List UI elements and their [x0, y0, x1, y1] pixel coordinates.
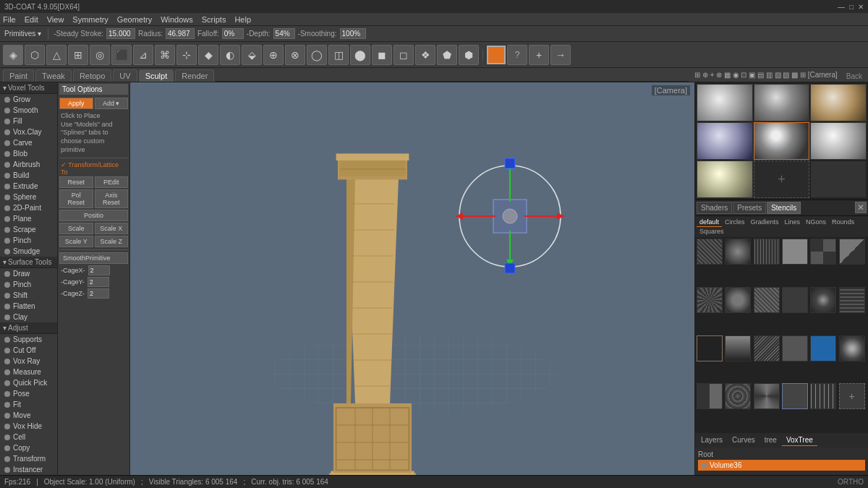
cagex-input[interactable]	[88, 265, 110, 275]
menu-scripts[interactable]: Scripts	[202, 15, 226, 24]
stencil-item-14[interactable]	[725, 335, 751, 361]
stencil-tab-ngons[interactable]: NGons	[803, 218, 829, 227]
color-swatch[interactable]	[487, 46, 506, 64]
tool-icon-13[interactable]: ⊕	[263, 45, 284, 65]
tree-tab[interactable]: tree	[760, 435, 781, 446]
maximize-btn[interactable]: □	[849, 3, 854, 11]
shader-thumb-3[interactable]	[810, 84, 867, 121]
sidebar-grow[interactable]: Grow	[0, 94, 57, 105]
menu-edit[interactable]: Edit	[25, 15, 38, 24]
tab-paint[interactable]: Paint	[3, 69, 34, 82]
stencil-item-18[interactable]	[839, 335, 865, 361]
menu-windows[interactable]: Windows	[161, 15, 193, 24]
tool-icon-1[interactable]: ◈	[3, 45, 23, 65]
stencil-add-btn[interactable]: +	[839, 383, 865, 409]
stencil-item-5[interactable]	[810, 239, 836, 265]
menu-symmetry[interactable]: Symmetry	[72, 15, 109, 24]
tab-retopo[interactable]: Retopo	[73, 69, 111, 82]
stencil-item-21[interactable]	[754, 383, 780, 409]
stencil-item-22[interactable]	[782, 383, 808, 409]
stencil-item-4[interactable]	[782, 239, 808, 265]
tool-icon-7[interactable]: ⊿	[133, 45, 153, 65]
tool-icon-21[interactable]: ⬟	[437, 45, 457, 65]
tool-icon-8[interactable]: ⌘	[155, 45, 175, 65]
tool-icon-20[interactable]: ❖	[415, 45, 435, 65]
tool-icon-14[interactable]: ⊗	[285, 45, 305, 65]
sidebar-voxhide[interactable]: Vox Hide	[0, 421, 57, 432]
curves-tab[interactable]: Curves	[728, 435, 760, 446]
stencil-item-2[interactable]	[725, 239, 751, 265]
sidebar-cell[interactable]: Cell	[0, 432, 57, 442]
stencil-tab-circles[interactable]: Circles	[722, 218, 748, 227]
stencil-item-11[interactable]	[810, 287, 836, 313]
menu-help[interactable]: Help	[234, 15, 251, 24]
stencil-tab-gradients[interactable]: Gradients	[748, 218, 782, 227]
sidebar-clay[interactable]: Clay	[0, 312, 57, 322]
tool-icon-3[interactable]: △	[46, 45, 67, 65]
tool-icon-11[interactable]: ◐	[220, 45, 240, 65]
sidebar-supports[interactable]: Supports	[0, 334, 57, 345]
tool-icon-15[interactable]: ◯	[307, 45, 327, 65]
sidebar-fit[interactable]: Fit	[0, 399, 57, 410]
cagez-input[interactable]	[88, 288, 109, 299]
sidebar-shift[interactable]: Shift	[0, 290, 57, 301]
polreset-btn[interactable]: Pol Reset	[59, 189, 93, 208]
tool-icon-5[interactable]: ◎	[90, 45, 110, 65]
stencil-item-12[interactable]	[839, 287, 865, 313]
stencil-item-9[interactable]	[754, 287, 780, 313]
stencil-item-13[interactable]	[697, 335, 723, 361]
shader-thumb-2[interactable]	[754, 84, 810, 121]
shaders-tab[interactable]: Shaders	[697, 202, 732, 214]
stencil-tab-default[interactable]: default	[697, 218, 722, 227]
stencil-item-7[interactable]	[697, 287, 723, 313]
sidebar-voxclay[interactable]: Vox.Clay	[0, 127, 57, 137]
scale-z-btn[interactable]: Scale Z	[95, 236, 129, 247]
smooth-primitive-btn[interactable]: SmoothPrimitive	[59, 252, 128, 264]
sidebar-measure[interactable]: Measure	[0, 367, 57, 377]
sidebar-instancer[interactable]: Instancer	[0, 464, 57, 475]
sidebar-blob[interactable]: Blob	[0, 148, 57, 159]
sidebar-pinch2[interactable]: Pinch	[0, 279, 57, 290]
tab-uv[interactable]: UV	[113, 69, 137, 82]
stencil-item-19[interactable]	[697, 383, 723, 409]
minimize-btn[interactable]: —	[838, 3, 845, 11]
tool-icon-4[interactable]: ⊞	[68, 45, 88, 65]
depth-input[interactable]	[273, 28, 295, 39]
apply-btn[interactable]: Apply	[59, 98, 93, 109]
stencil-tab-lines[interactable]: Lines	[782, 218, 804, 227]
tool-icon-12[interactable]: ⬙	[242, 45, 262, 65]
tab-render[interactable]: Render	[175, 69, 214, 82]
menu-geometry[interactable]: Geometry	[117, 15, 152, 24]
tool-icon-help[interactable]: ?	[507, 45, 527, 65]
tool-icon-2[interactable]: ⬡	[25, 45, 45, 65]
menu-view[interactable]: View	[47, 15, 64, 24]
stencil-item-3[interactable]	[754, 239, 780, 265]
stencil-item-10[interactable]	[782, 287, 808, 313]
tool-icon-16[interactable]: ◫	[328, 45, 349, 65]
tool-icon-22[interactable]: ⬢	[459, 45, 479, 65]
sidebar-airbrush[interactable]: Airbrush	[0, 159, 57, 170]
stencils-tab[interactable]: Stencils	[767, 202, 801, 214]
stencil-item-16[interactable]	[782, 335, 808, 361]
shader-thumb-4[interactable]	[697, 122, 753, 160]
scale-x-btn[interactable]: Scale X	[95, 223, 129, 234]
tool-icon-arrow[interactable]: →	[550, 45, 571, 65]
sidebar-draw[interactable]: Draw	[0, 268, 57, 279]
stroke-input[interactable]	[106, 28, 135, 39]
sidebar-sphere[interactable]: Sphere	[0, 192, 57, 202]
close-btn[interactable]: ✕	[858, 3, 864, 11]
sidebar-extrude[interactable]: Extrude	[0, 181, 57, 192]
sidebar-flatten[interactable]: Flatten	[0, 301, 57, 312]
sidebar-smooth[interactable]: Smooth	[0, 105, 57, 116]
viewport[interactable]: [Camera]	[130, 82, 694, 475]
tab-sculpt[interactable]: Sculpt	[139, 69, 174, 82]
scale-btn[interactable]: Scale	[59, 223, 93, 234]
tool-icon-6[interactable]: ⬛	[111, 45, 132, 65]
sidebar-pose[interactable]: Pose	[0, 388, 57, 399]
radius-input[interactable]	[166, 28, 195, 39]
shader-thumb-6[interactable]	[810, 122, 867, 160]
add-btn[interactable]: Add ▾	[95, 98, 129, 109]
menu-file[interactable]: File	[3, 15, 16, 24]
stencil-item-1[interactable]	[697, 239, 723, 265]
shader-thumb-5[interactable]	[754, 122, 810, 160]
